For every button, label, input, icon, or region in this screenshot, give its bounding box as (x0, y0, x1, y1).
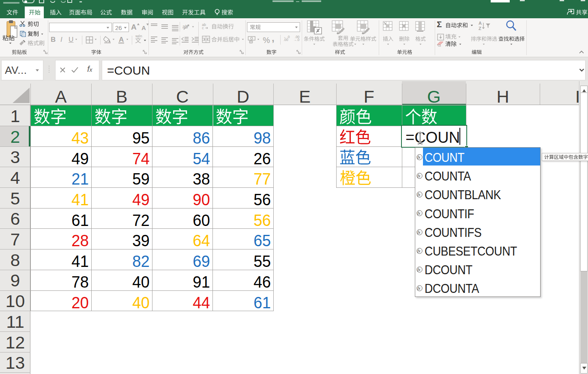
svg-text:ab: ab (182, 24, 188, 30)
svg-text:fx: fx (418, 286, 421, 290)
svg-text:fx: fx (418, 155, 421, 159)
svg-text:A: A (479, 21, 482, 26)
svg-text:Z: Z (479, 26, 481, 31)
svg-text:fx: fx (418, 268, 421, 272)
svg-text:fx: fx (418, 193, 421, 197)
svg-text:c: c (202, 26, 204, 30)
svg-text:fx: fx (418, 174, 421, 178)
svg-text:fx: fx (418, 211, 421, 215)
svg-text:fx: fx (418, 230, 421, 234)
svg-text:fx: fx (418, 249, 421, 253)
